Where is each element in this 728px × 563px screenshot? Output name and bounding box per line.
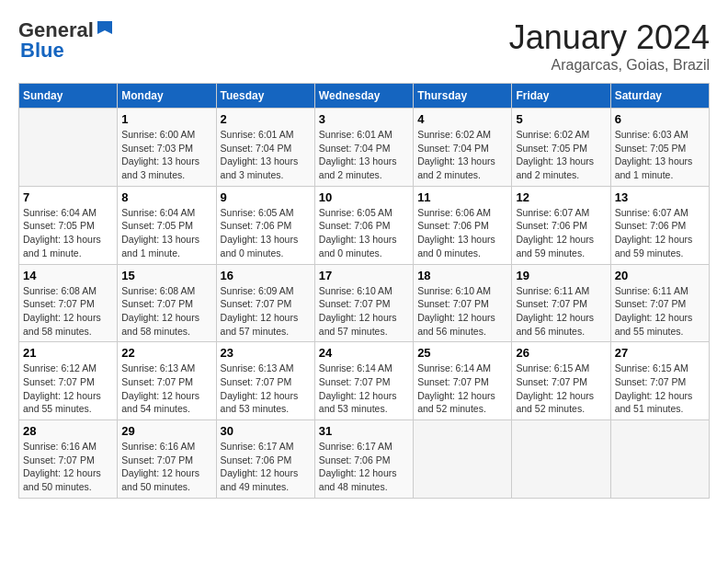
column-header-friday: Friday	[512, 84, 610, 109]
day-number: 8	[121, 190, 211, 204]
day-info: Sunrise: 6:06 AMSunset: 7:06 PMDaylight:…	[417, 206, 507, 260]
day-number: 19	[516, 269, 606, 282]
day-number: 29	[121, 424, 211, 438]
day-info: Sunrise: 6:10 AMSunset: 7:07 PMDaylight:…	[319, 284, 409, 339]
location-subtitle: Aragarcas, Goias, Brazil	[509, 57, 710, 74]
day-info: Sunrise: 6:11 AMSunset: 7:07 PMDaylight:…	[615, 284, 705, 339]
calendar-cell: 15Sunrise: 6:08 AMSunset: 7:07 PMDayligh…	[118, 264, 216, 342]
calendar-cell	[610, 420, 709, 499]
calendar-cell: 8Sunrise: 6:04 AMSunset: 7:05 PMDaylight…	[118, 186, 216, 264]
month-title: January 2024	[509, 18, 710, 57]
day-info: Sunrise: 6:05 AMSunset: 7:06 PMDaylight:…	[319, 206, 409, 260]
column-header-tuesday: Tuesday	[216, 84, 314, 109]
day-info: Sunrise: 6:13 AMSunset: 7:07 PMDaylight:…	[221, 362, 311, 416]
day-info: Sunrise: 6:05 AMSunset: 7:06 PMDaylight:…	[221, 206, 311, 260]
day-info: Sunrise: 6:02 AMSunset: 7:04 PMDaylight:…	[417, 128, 507, 182]
calendar-cell: 27Sunrise: 6:15 AMSunset: 7:07 PMDayligh…	[610, 342, 709, 420]
day-info: Sunrise: 6:03 AMSunset: 7:05 PMDaylight:…	[615, 128, 705, 182]
calendar-cell: 5Sunrise: 6:02 AMSunset: 7:05 PMDaylight…	[512, 109, 610, 187]
calendar-cell: 26Sunrise: 6:15 AMSunset: 7:07 PMDayligh…	[512, 342, 610, 420]
day-number: 7	[23, 190, 113, 204]
day-info: Sunrise: 6:17 AMSunset: 7:06 PMDaylight:…	[221, 440, 311, 494]
day-number: 3	[319, 112, 409, 126]
calendar-cell: 4Sunrise: 6:02 AMSunset: 7:04 PMDaylight…	[414, 109, 512, 187]
column-header-thursday: Thursday	[414, 84, 512, 109]
calendar-cell: 13Sunrise: 6:07 AMSunset: 7:06 PMDayligh…	[610, 186, 709, 264]
page-header: General Blue January 2024 Aragarcas, Goi…	[18, 18, 710, 74]
day-number: 5	[516, 112, 606, 126]
calendar-cell	[512, 420, 610, 499]
day-info: Sunrise: 6:13 AMSunset: 7:07 PMDaylight:…	[121, 362, 211, 416]
day-info: Sunrise: 6:14 AMSunset: 7:07 PMDaylight:…	[319, 362, 409, 416]
calendar-cell: 11Sunrise: 6:06 AMSunset: 7:06 PMDayligh…	[414, 186, 512, 264]
title-area: January 2024 Aragarcas, Goias, Brazil	[509, 18, 710, 74]
column-header-wednesday: Wednesday	[314, 84, 413, 109]
day-number: 25	[417, 346, 507, 360]
week-row-2: 7Sunrise: 6:04 AMSunset: 7:05 PMDaylight…	[19, 186, 710, 264]
calendar-cell: 22Sunrise: 6:13 AMSunset: 7:07 PMDayligh…	[118, 342, 216, 420]
calendar-cell: 20Sunrise: 6:11 AMSunset: 7:07 PMDayligh…	[610, 264, 709, 342]
calendar-cell: 28Sunrise: 6:16 AMSunset: 7:07 PMDayligh…	[19, 420, 118, 499]
calendar-cell: 3Sunrise: 6:01 AMSunset: 7:04 PMDaylight…	[314, 109, 413, 187]
day-number: 23	[221, 346, 311, 360]
day-number: 17	[319, 269, 409, 282]
calendar-cell: 14Sunrise: 6:08 AMSunset: 7:07 PMDayligh…	[19, 264, 118, 342]
week-row-5: 28Sunrise: 6:16 AMSunset: 7:07 PMDayligh…	[19, 420, 710, 499]
day-number: 26	[516, 346, 606, 360]
logo-icon	[96, 19, 116, 40]
column-header-monday: Monday	[118, 84, 216, 109]
calendar-cell: 9Sunrise: 6:05 AMSunset: 7:06 PMDaylight…	[216, 186, 314, 264]
calendar-cell	[414, 420, 512, 499]
logo: General Blue	[18, 18, 116, 63]
day-number: 30	[221, 424, 311, 438]
day-number: 4	[417, 112, 507, 126]
day-info: Sunrise: 6:04 AMSunset: 7:05 PMDaylight:…	[121, 206, 211, 260]
day-number: 24	[319, 346, 409, 360]
week-row-1: 1Sunrise: 6:00 AMSunset: 7:03 PMDaylight…	[19, 109, 710, 187]
day-number: 6	[615, 112, 705, 126]
day-info: Sunrise: 6:01 AMSunset: 7:04 PMDaylight:…	[221, 128, 311, 182]
day-number: 22	[121, 346, 211, 360]
day-number: 14	[23, 269, 113, 282]
calendar-header-row: SundayMondayTuesdayWednesdayThursdayFrid…	[19, 84, 710, 109]
day-info: Sunrise: 6:15 AMSunset: 7:07 PMDaylight:…	[615, 362, 705, 416]
logo-blue-text: Blue	[20, 39, 64, 63]
day-info: Sunrise: 6:10 AMSunset: 7:07 PMDaylight:…	[417, 284, 507, 339]
day-number: 18	[417, 269, 507, 282]
calendar-cell: 17Sunrise: 6:10 AMSunset: 7:07 PMDayligh…	[314, 264, 413, 342]
calendar-cell: 2Sunrise: 6:01 AMSunset: 7:04 PMDaylight…	[216, 109, 314, 187]
day-number: 31	[319, 424, 409, 438]
calendar-cell: 1Sunrise: 6:00 AMSunset: 7:03 PMDaylight…	[118, 109, 216, 187]
calendar-cell: 23Sunrise: 6:13 AMSunset: 7:07 PMDayligh…	[216, 342, 314, 420]
column-header-saturday: Saturday	[610, 84, 709, 109]
day-info: Sunrise: 6:01 AMSunset: 7:04 PMDaylight:…	[319, 128, 409, 182]
calendar-table: SundayMondayTuesdayWednesdayThursdayFrid…	[18, 83, 710, 499]
calendar-cell: 30Sunrise: 6:17 AMSunset: 7:06 PMDayligh…	[216, 420, 314, 499]
svg-marker-0	[97, 21, 112, 34]
day-number: 9	[221, 190, 311, 204]
calendar-cell	[19, 109, 118, 187]
day-info: Sunrise: 6:07 AMSunset: 7:06 PMDaylight:…	[516, 206, 606, 260]
day-info: Sunrise: 6:16 AMSunset: 7:07 PMDaylight:…	[23, 440, 113, 494]
day-number: 27	[615, 346, 705, 360]
day-number: 20	[615, 269, 705, 282]
day-number: 10	[319, 190, 409, 204]
calendar-cell: 10Sunrise: 6:05 AMSunset: 7:06 PMDayligh…	[314, 186, 413, 264]
day-info: Sunrise: 6:12 AMSunset: 7:07 PMDaylight:…	[23, 362, 113, 416]
day-info: Sunrise: 6:17 AMSunset: 7:06 PMDaylight:…	[319, 440, 409, 494]
week-row-3: 14Sunrise: 6:08 AMSunset: 7:07 PMDayligh…	[19, 264, 710, 342]
day-number: 13	[615, 190, 705, 204]
calendar-cell: 18Sunrise: 6:10 AMSunset: 7:07 PMDayligh…	[414, 264, 512, 342]
calendar-cell: 6Sunrise: 6:03 AMSunset: 7:05 PMDaylight…	[610, 109, 709, 187]
day-number: 11	[417, 190, 507, 204]
day-number: 21	[23, 346, 113, 360]
day-number: 2	[221, 112, 311, 126]
day-number: 15	[121, 269, 211, 282]
calendar-cell: 25Sunrise: 6:14 AMSunset: 7:07 PMDayligh…	[414, 342, 512, 420]
calendar-cell: 29Sunrise: 6:16 AMSunset: 7:07 PMDayligh…	[118, 420, 216, 499]
calendar-cell: 31Sunrise: 6:17 AMSunset: 7:06 PMDayligh…	[314, 420, 413, 499]
day-info: Sunrise: 6:09 AMSunset: 7:07 PMDaylight:…	[221, 284, 311, 339]
day-number: 1	[121, 112, 211, 126]
day-info: Sunrise: 6:15 AMSunset: 7:07 PMDaylight:…	[516, 362, 606, 416]
calendar-cell: 24Sunrise: 6:14 AMSunset: 7:07 PMDayligh…	[314, 342, 413, 420]
